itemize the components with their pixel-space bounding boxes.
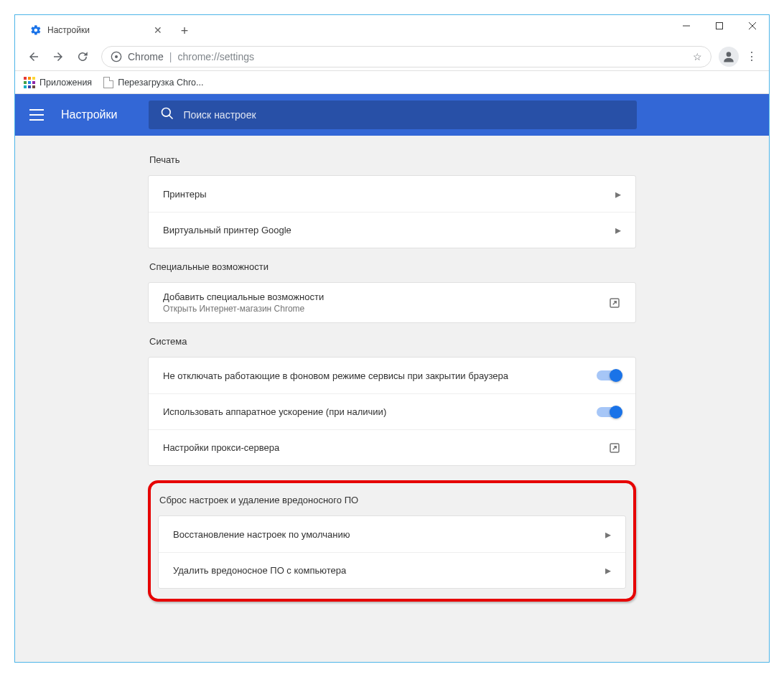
- row-label: Добавить специальные возможности: [163, 291, 608, 302]
- search-input[interactable]: [183, 109, 625, 121]
- chevron-right-icon: ▸: [615, 223, 621, 237]
- row-restore-defaults[interactable]: Восстановление настроек по умолчанию ▸: [159, 516, 625, 552]
- row-cleanup-computer[interactable]: Удалить вредоносное ПО с компьютера ▸: [159, 552, 625, 588]
- row-label: Использовать аппаратное ускорение (при н…: [163, 406, 597, 417]
- section-title-a11y: Специальные возможности: [149, 261, 636, 272]
- row-proxy-settings[interactable]: Настройки прокси-сервера: [149, 429, 635, 465]
- reload-button[interactable]: [71, 45, 94, 68]
- forward-button[interactable]: [47, 45, 70, 68]
- section-title-reset: Сброс настроек и удаление вредоносного П…: [159, 495, 626, 505]
- profile-button[interactable]: [719, 47, 739, 67]
- toolbar: Chrome | chrome://settings ☆ ⋮: [15, 42, 769, 71]
- row-label: Настройки прокси-сервера: [163, 442, 608, 453]
- close-icon[interactable]: ✕: [154, 24, 162, 36]
- new-tab-button[interactable]: +: [174, 21, 195, 41]
- apps-shortcut[interactable]: Приложения: [24, 77, 92, 88]
- url-separator: |: [169, 51, 172, 62]
- url-text: chrome://settings: [177, 51, 254, 62]
- titlebar: Настройки ✕ +: [15, 15, 769, 42]
- chevron-right-icon: ▸: [615, 187, 621, 201]
- svg-point-5: [115, 55, 118, 58]
- toggle-background-apps[interactable]: [597, 370, 621, 380]
- svg-rect-1: [717, 23, 723, 29]
- chevron-right-icon: ▸: [605, 564, 611, 577]
- settings-search[interactable]: [149, 101, 637, 129]
- apps-icon: [24, 77, 35, 88]
- section-title-print: Печать: [149, 154, 636, 165]
- bookmark-label: Приложения: [39, 78, 92, 88]
- window-controls: [670, 15, 769, 37]
- row-printers[interactable]: Принтеры ▸: [149, 176, 635, 212]
- chevron-right-icon: ▸: [605, 528, 611, 541]
- settings-content: Печать Принтеры ▸ Виртуальный принтер Go…: [148, 136, 636, 662]
- highlight-reset-section: Сброс настроек и удаление вредоносного П…: [148, 480, 636, 602]
- row-sublabel: Открыть Интернет-магазин Chrome: [163, 304, 608, 314]
- back-button[interactable]: [22, 45, 45, 68]
- row-background-apps[interactable]: Не отключать работающие в фоновом режиме…: [149, 358, 635, 393]
- site-info-icon[interactable]: [111, 51, 122, 62]
- url-prefix: Chrome: [128, 51, 164, 62]
- system-card: Не отключать работающие в фоновом режиме…: [148, 357, 636, 466]
- row-label: Виртуальный принтер Google: [163, 225, 615, 235]
- svg-point-6: [727, 52, 732, 57]
- open-external-icon: [608, 442, 621, 454]
- svg-point-7: [162, 108, 171, 117]
- settings-header: Настройки: [15, 94, 769, 136]
- hamburger-icon[interactable]: [29, 108, 44, 122]
- omnibox[interactable]: Chrome | chrome://settings ☆: [101, 46, 711, 67]
- toggle-hardware-accel[interactable]: [597, 407, 621, 417]
- tab-title: Настройки: [47, 25, 90, 35]
- close-window-button[interactable]: [736, 15, 769, 37]
- minimize-button[interactable]: [670, 15, 703, 37]
- row-add-a11y[interactable]: Добавить специальные возможности Открыть…: [149, 283, 635, 322]
- content-scroll[interactable]: Печать Принтеры ▸ Виртуальный принтер Go…: [15, 136, 769, 662]
- section-title-system: Система: [149, 336, 636, 347]
- bookmark-label: Перезагрузка Chro...: [118, 78, 203, 88]
- svg-line-8: [169, 116, 173, 119]
- maximize-button[interactable]: [703, 15, 736, 37]
- bookmark-item[interactable]: Перезагрузка Chro...: [103, 77, 203, 88]
- bookmark-star-icon[interactable]: ☆: [693, 51, 702, 62]
- row-label: Восстановление настроек по умолчанию: [173, 529, 605, 540]
- page-title: Настройки: [61, 108, 117, 121]
- row-label: Не отключать работающие в фоновом режиме…: [163, 370, 597, 381]
- page-icon: [103, 77, 113, 88]
- row-label: Принтеры: [163, 189, 615, 200]
- gear-icon: [30, 24, 42, 36]
- row-label: Удалить вредоносное ПО с компьютера: [173, 565, 605, 576]
- reset-card: Восстановление настроек по умолчанию ▸ У…: [158, 515, 626, 589]
- search-icon: [160, 106, 174, 123]
- open-external-icon: [608, 297, 621, 309]
- row-hardware-accel[interactable]: Использовать аппаратное ускорение (при н…: [149, 393, 635, 429]
- menu-button[interactable]: ⋮: [742, 47, 762, 67]
- tab-settings[interactable]: Настройки ✕: [21, 18, 172, 42]
- browser-window: Настройки ✕ + Chrome | chrome://settings…: [14, 14, 770, 663]
- bookmarks-bar: Приложения Перезагрузка Chro...: [15, 71, 769, 94]
- row-cloud-print[interactable]: Виртуальный принтер Google ▸: [149, 212, 635, 248]
- a11y-card: Добавить специальные возможности Открыть…: [148, 282, 636, 323]
- tab-strip: Настройки ✕ +: [15, 18, 670, 42]
- print-card: Принтеры ▸ Виртуальный принтер Google ▸: [148, 175, 636, 248]
